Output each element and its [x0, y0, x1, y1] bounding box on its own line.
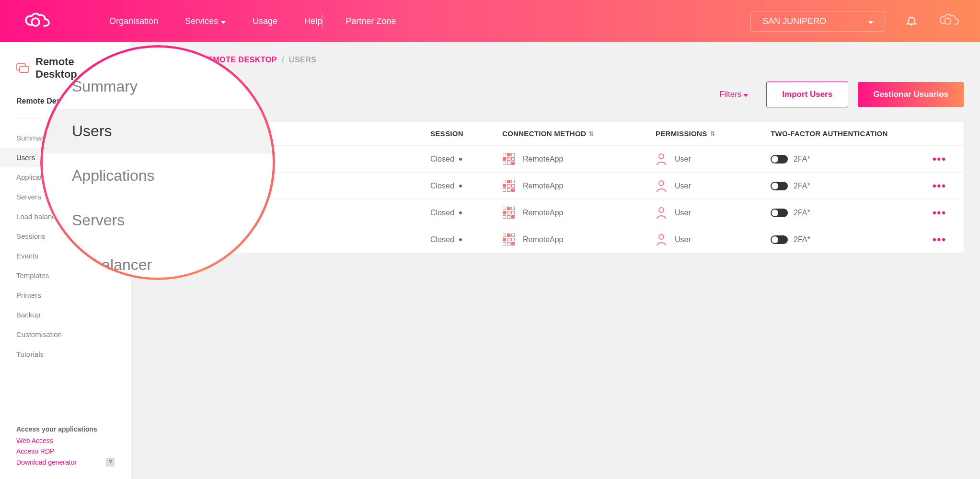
tfa-toggle[interactable] — [771, 235, 788, 244]
magnifier-overlay: Summary Users Applications Servers ad ba… — [40, 45, 275, 280]
bell-icon[interactable] — [906, 14, 917, 28]
filters-dropdown[interactable]: Filters — [719, 90, 748, 99]
brand-logo — [23, 12, 52, 31]
row-actions[interactable]: ••• — [914, 153, 952, 165]
session-cell: Closed — [430, 235, 502, 244]
breadcrumb-current: USERS — [289, 56, 317, 64]
svg-point-0 — [32, 18, 39, 26]
session-cell: Closed — [430, 155, 502, 164]
svg-point-5 — [659, 154, 664, 159]
lens-item-applications[interactable]: Applications — [67, 153, 248, 198]
tfa-toggle[interactable] — [771, 209, 788, 217]
tfa-cell: 2FA* — [771, 235, 914, 244]
toolbar: Filters Import Users Gestionar Usuarios — [150, 82, 964, 107]
tfa-cell: 2FA* — [771, 155, 914, 164]
sidebar-item-tutorials[interactable]: Tutorials — [0, 344, 131, 364]
tfa-toggle[interactable] — [771, 182, 788, 190]
org-select[interactable]: SAN JUNIPERO — [750, 11, 885, 32]
tfa-cell: 2FA* — [771, 182, 914, 190]
sidebar-item-customisation[interactable]: Customisation — [0, 325, 131, 344]
svg-rect-3 — [20, 66, 28, 72]
sidebar-item-backup[interactable]: Backup — [0, 305, 131, 325]
nav-organisation[interactable]: Organisation — [109, 16, 158, 26]
row-actions[interactable]: ••• — [914, 234, 952, 246]
row-actions[interactable]: ••• — [914, 207, 952, 219]
user-icon — [656, 234, 667, 246]
status-dot-icon — [459, 158, 462, 161]
lens-item-users[interactable]: Users — [40, 109, 275, 153]
tfa-toggle[interactable] — [771, 155, 788, 164]
link-download-generator[interactable]: Download generator? — [16, 458, 115, 467]
lens-item-summary[interactable]: Summary — [67, 64, 248, 109]
breadcrumb: HOME / REMOTE DESKTOP / USERS — [150, 56, 964, 64]
separator: / — [282, 56, 284, 64]
table-row: Closed RemoteApp User 2FA* ••• — [150, 226, 964, 253]
sidebar-item-printers[interactable]: Printers — [0, 285, 131, 305]
th-session: SESSION — [430, 129, 502, 138]
primary-nav: Organisation Services Usage Help — [109, 16, 322, 26]
sort-icon: ⇅ — [710, 130, 715, 137]
connection-cell: RemoteApp — [502, 152, 656, 165]
permission-cell: User — [656, 234, 771, 246]
remoteapp-icon — [502, 206, 515, 219]
user-icon — [656, 180, 667, 192]
th-tfa: TWO-FACTOR AUTHENTICATION — [771, 129, 914, 138]
status-dot-icon — [459, 185, 462, 187]
permission-cell: User — [656, 180, 771, 192]
chevron-down-icon — [868, 16, 873, 26]
status-dot-icon — [459, 211, 462, 214]
th-permissions[interactable]: PERMISSIONS⇅ — [656, 129, 771, 138]
table-row: om Closed RemoteApp User 2FA* ••• — [150, 199, 964, 226]
nav-services-label: Services — [185, 16, 218, 26]
remote-desktop-icon — [16, 63, 29, 73]
remoteapp-icon — [502, 179, 515, 192]
user-icon — [656, 153, 667, 165]
nav-partner-zone[interactable]: Partner Zone — [346, 16, 396, 26]
session-cell: Closed — [430, 182, 502, 190]
chevron-down-icon — [221, 16, 226, 26]
user-icon — [656, 207, 667, 219]
connection-cell: RemoteApp — [502, 206, 656, 219]
nav-help[interactable]: Help — [304, 16, 322, 26]
access-heading: Access your applications — [16, 425, 115, 433]
filters-label: Filters — [719, 90, 741, 99]
connection-cell: RemoteApp — [502, 233, 656, 246]
session-cell: Closed — [430, 209, 502, 217]
status-dot-icon — [459, 238, 462, 241]
import-users-button[interactable]: Import Users — [766, 82, 848, 107]
lens-item-servers[interactable]: Servers — [67, 198, 248, 243]
sidebar-footer: Access your applications Web Access Acce… — [0, 425, 131, 469]
nav-services[interactable]: Services — [185, 16, 226, 26]
nav-divider — [322, 14, 323, 28]
th-connection[interactable]: CONNECTION METHOD⇅ — [502, 129, 656, 138]
row-actions[interactable]: ••• — [914, 180, 952, 192]
tfa-cell: 2FA* — [771, 209, 914, 217]
chevron-down-icon — [743, 90, 748, 99]
org-select-label: SAN JUNIPERO — [762, 16, 826, 26]
connection-cell: RemoteApp — [502, 179, 656, 192]
topbar: Organisation Services Usage Help Partner… — [0, 0, 980, 42]
permission-cell: User — [656, 153, 771, 165]
manage-users-button[interactable]: Gestionar Usuarios — [858, 82, 964, 107]
sort-icon: ⇅ — [589, 130, 594, 137]
nav-usage[interactable]: Usage — [253, 16, 277, 26]
remoteapp-icon — [502, 152, 515, 165]
link-acceso-rdp[interactable]: Acceso RDP — [16, 447, 115, 455]
svg-point-1 — [945, 18, 951, 24]
remoteapp-icon — [502, 233, 515, 246]
svg-point-7 — [659, 208, 664, 212]
brand-mark — [938, 11, 961, 31]
svg-point-8 — [659, 234, 664, 239]
help-icon[interactable]: ? — [106, 458, 115, 467]
link-web-access[interactable]: Web Access — [16, 437, 115, 444]
svg-point-6 — [659, 181, 664, 186]
permission-cell: User — [656, 207, 771, 219]
